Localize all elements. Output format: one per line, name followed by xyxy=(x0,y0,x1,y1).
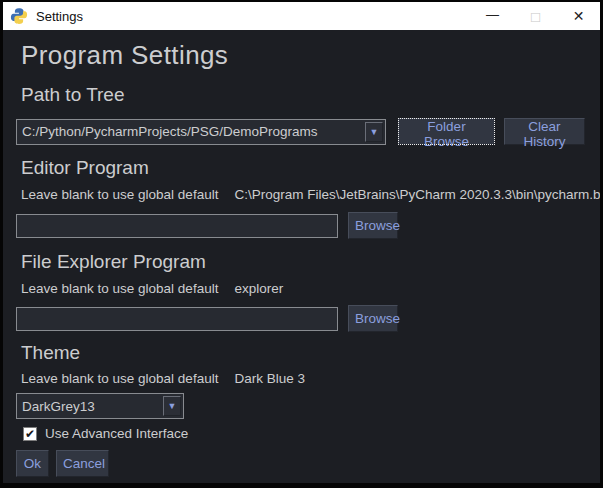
minimize-button[interactable]: — xyxy=(471,2,514,30)
explorer-hint-label: Leave blank to use global default xyxy=(21,281,218,297)
theme-combo: ▼ xyxy=(16,393,184,419)
settings-content: Program Settings Path to Tree ▼ Folder B… xyxy=(3,30,600,483)
theme-combo-input[interactable] xyxy=(17,394,161,418)
cancel-button[interactable]: Cancel xyxy=(56,450,109,477)
editor-input-row: Browse xyxy=(16,212,600,239)
app-logo-icon xyxy=(10,7,28,25)
explorer-default-row: Leave blank to use global default explor… xyxy=(21,281,600,297)
editor-default-row: Leave blank to use global default C:\Pro… xyxy=(21,187,600,203)
window-title: Settings xyxy=(36,9,83,24)
close-button[interactable]: ✕ xyxy=(557,2,600,30)
section-heading-file-explorer: File Explorer Program xyxy=(21,251,600,273)
folder-combo-input[interactable] xyxy=(17,120,363,144)
window-controls: — □ ✕ xyxy=(471,2,600,30)
theme-hint-label: Leave blank to use global default xyxy=(21,371,218,387)
section-heading-editor-program: Editor Program xyxy=(21,157,600,179)
explorer-input-row: Browse xyxy=(16,305,600,332)
path-to-tree-row: ▼ Folder Browse Clear History xyxy=(16,118,600,145)
theme-combo-dropdown-button[interactable]: ▼ xyxy=(163,396,181,416)
folder-combo-dropdown-button[interactable]: ▼ xyxy=(365,122,383,142)
settings-window: Settings — □ ✕ Program Settings Path to … xyxy=(0,0,603,488)
maximize-icon: □ xyxy=(531,8,540,25)
file-explorer-input[interactable] xyxy=(16,307,338,331)
minimize-icon: — xyxy=(486,7,499,22)
editor-default-value: C:\Program Files\JetBrains\PyCharm 2020.… xyxy=(234,187,600,203)
theme-default-value: Dark Blue 3 xyxy=(234,371,305,387)
explorer-default-value: explorer xyxy=(234,281,283,297)
chevron-down-icon: ▼ xyxy=(370,127,379,137)
folder-combo: ▼ xyxy=(16,119,386,145)
checkmark-icon: ✔ xyxy=(25,427,35,441)
page-title: Program Settings xyxy=(21,40,600,70)
editor-hint-label: Leave blank to use global default xyxy=(21,187,218,203)
explorer-browse-button[interactable]: Browse xyxy=(348,305,398,332)
editor-program-input[interactable] xyxy=(16,214,338,238)
maximize-button[interactable]: □ xyxy=(514,2,557,30)
theme-combo-row: ▼ xyxy=(16,393,600,419)
footer-buttons: Ok Cancel xyxy=(16,450,600,477)
advanced-interface-row: ✔ Use Advanced Interface xyxy=(23,426,600,441)
use-advanced-interface-label: Use Advanced Interface xyxy=(45,426,188,441)
use-advanced-interface-checkbox[interactable]: ✔ xyxy=(23,427,37,441)
theme-default-row: Leave blank to use global default Dark B… xyxy=(21,371,600,387)
ok-button[interactable]: Ok xyxy=(16,450,49,477)
titlebar: Settings — □ ✕ xyxy=(3,2,600,30)
editor-browse-button[interactable]: Browse xyxy=(348,212,398,239)
section-heading-path-to-tree: Path to Tree xyxy=(21,84,600,106)
chevron-down-icon: ▼ xyxy=(168,401,177,411)
folder-browse-button[interactable]: Folder Browse xyxy=(398,118,495,145)
clear-history-button[interactable]: Clear History xyxy=(504,118,585,145)
close-icon: ✕ xyxy=(573,8,585,24)
section-heading-theme: Theme xyxy=(21,342,600,364)
